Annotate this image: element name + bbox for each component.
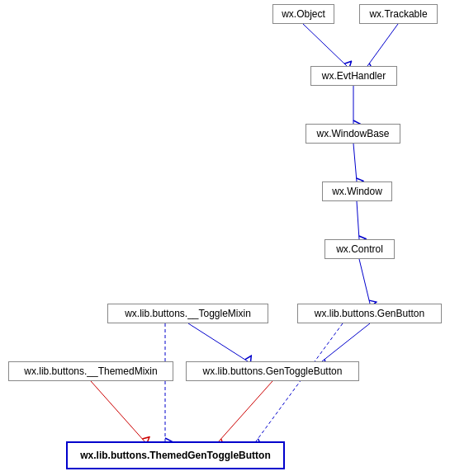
svg-line-8 [91, 381, 144, 441]
node-genbutton: wx.lib.buttons.GenButton [297, 304, 442, 323]
node-themedmixin: wx.lib.buttons.__ThemedMixin [8, 361, 173, 381]
node-control: wx.Control [324, 239, 395, 259]
node-object: wx.Object [272, 4, 334, 24]
svg-line-7 [188, 323, 248, 361]
svg-line-11 [256, 323, 343, 441]
node-themedgentogglebutton: wx.lib.buttons.ThemedGenToggleButton [66, 441, 285, 469]
node-trackable: wx.Trackable [359, 4, 438, 24]
node-window: wx.Window [322, 181, 392, 201]
diagram-container: wx.Object wx.Trackable wx.EvtHandler wx.… [0, 0, 450, 476]
svg-line-6 [322, 323, 370, 361]
svg-line-4 [357, 201, 359, 239]
svg-line-5 [359, 259, 370, 304]
svg-line-0 [303, 24, 347, 66]
svg-line-3 [353, 144, 357, 181]
node-togglemixin: wx.lib.buttons.__ToggleMixin [107, 304, 268, 323]
svg-line-9 [219, 381, 272, 441]
svg-line-1 [367, 24, 398, 66]
node-windowbase: wx.WindowBase [306, 124, 400, 144]
node-evthandler: wx.EvtHandler [310, 66, 397, 86]
node-gentogglebutton: wx.lib.buttons.GenToggleButton [186, 361, 359, 381]
